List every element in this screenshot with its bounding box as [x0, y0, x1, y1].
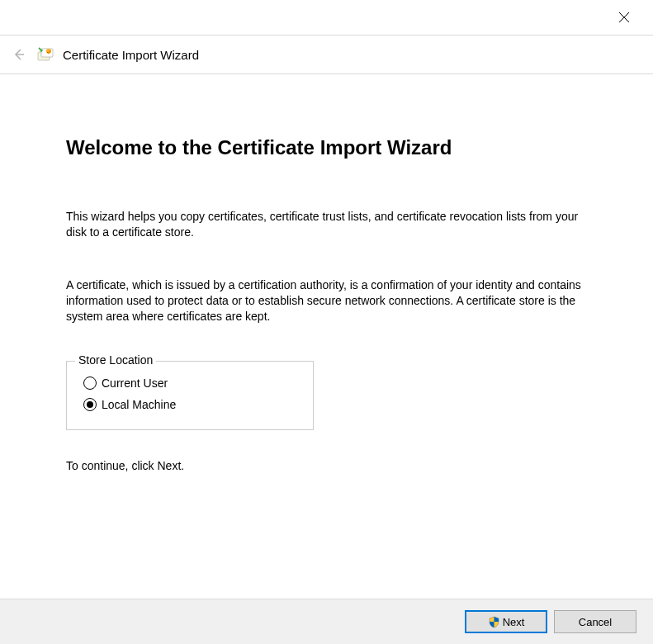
content-area: Welcome to the Certificate Import Wizard…	[0, 74, 653, 472]
close-button[interactable]	[608, 5, 641, 30]
cancel-button-label: Cancel	[579, 616, 612, 628]
intro-paragraph-2: A certificate, which is issued by a cert…	[66, 277, 594, 324]
radio-circle-selected-icon	[83, 398, 97, 411]
radio-label-local-machine: Local Machine	[102, 398, 176, 411]
uac-shield-icon	[488, 616, 500, 628]
close-icon	[618, 12, 630, 23]
certificate-wizard-icon	[36, 45, 54, 64]
radio-local-machine[interactable]: Local Machine	[83, 398, 300, 411]
radio-label-current-user: Current User	[102, 376, 168, 390]
next-button-label: Next	[503, 616, 525, 628]
store-location-group: Store Location Current User Local Machin…	[66, 361, 314, 430]
header-bar: Certificate Import Wizard	[0, 35, 653, 74]
back-button[interactable]	[8, 45, 28, 64]
back-arrow-icon	[11, 47, 26, 62]
continue-instruction: To continue, click Next.	[66, 459, 603, 472]
next-button[interactable]: Next	[465, 610, 547, 633]
page-heading: Welcome to the Certificate Import Wizard	[66, 136, 603, 159]
titlebar	[0, 0, 653, 35]
intro-paragraph-1: This wizard helps you copy certificates,…	[66, 209, 594, 240]
radio-current-user[interactable]: Current User	[83, 376, 300, 390]
radio-circle-icon	[83, 376, 97, 390]
header-title: Certificate Import Wizard	[63, 48, 199, 62]
store-location-legend: Store Location	[75, 353, 156, 367]
footer-bar: Next Cancel	[0, 599, 653, 644]
cancel-button[interactable]: Cancel	[554, 610, 636, 633]
